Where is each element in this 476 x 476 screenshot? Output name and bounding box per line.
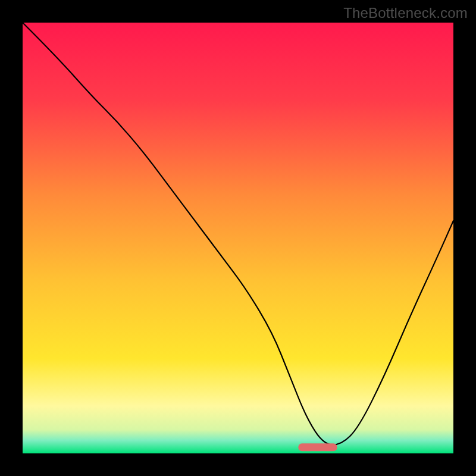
optimal-range-marker [298, 443, 337, 451]
plot-background [23, 23, 453, 453]
watermark-label: TheBottleneck.com [343, 5, 468, 21]
chart-canvas [0, 0, 476, 476]
chart-frame: TheBottleneck.com [0, 0, 476, 476]
